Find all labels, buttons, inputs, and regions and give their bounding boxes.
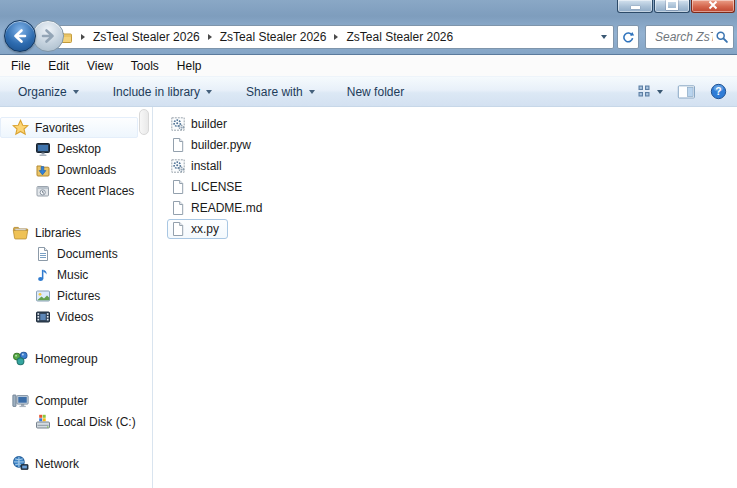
file-name: install	[191, 159, 222, 173]
sidebar-scrollbar-thumb[interactable]	[139, 109, 149, 135]
preview-pane-icon	[677, 85, 696, 99]
hard-disk-icon	[35, 414, 51, 430]
file-list: builder builder.pyw	[153, 107, 737, 488]
sidebar-section-label: Network	[35, 457, 79, 471]
file-name: README.md	[191, 201, 262, 215]
sidebar-section-computer[interactable]: Computer	[0, 390, 152, 411]
sidebar-section-homegroup[interactable]: Homegroup	[0, 348, 152, 369]
menu-help[interactable]: Help	[168, 56, 211, 76]
file-name: builder	[191, 117, 227, 131]
sidebar-item-label: Desktop	[57, 142, 101, 156]
file-item-license[interactable]: LICENSE	[167, 177, 251, 197]
help-icon: ?	[710, 83, 727, 100]
window-controls	[617, 0, 735, 13]
network-icon	[12, 455, 29, 472]
share-with-button[interactable]: Share with	[236, 81, 325, 103]
search-input[interactable]	[653, 29, 715, 45]
organize-button[interactable]: Organize	[8, 81, 89, 103]
maximize-icon	[666, 0, 678, 10]
forward-icon	[38, 26, 58, 46]
breadcrumb-separator-icon	[81, 34, 85, 40]
organize-label: Organize	[18, 85, 67, 99]
share-with-label: Share with	[246, 85, 303, 99]
sidebar-item-recent-places[interactable]: Recent Places	[0, 180, 152, 201]
address-bar[interactable]: ZsTeal Stealer 2026 ZsTeal Stealer 2026 …	[52, 25, 614, 49]
views-button[interactable]	[637, 85, 663, 98]
sidebar-item-downloads[interactable]: Downloads	[0, 159, 152, 180]
sidebar-section-label: Homegroup	[35, 352, 98, 366]
blank-file-icon	[170, 221, 186, 237]
computer-icon	[12, 392, 29, 409]
refresh-button[interactable]	[617, 25, 639, 49]
menu-tools[interactable]: Tools	[122, 56, 168, 76]
sidebar-item-local-disk-c[interactable]: Local Disk (C:)	[0, 411, 152, 432]
document-icon	[35, 246, 51, 262]
menu-bar: File Edit View Tools Help	[0, 55, 737, 76]
breadcrumb-segment[interactable]: ZsTeal Stealer 2026	[93, 30, 200, 44]
views-icon	[637, 85, 652, 98]
homegroup-icon	[12, 350, 29, 367]
sidebar-item-label: Local Disk (C:)	[57, 415, 136, 429]
sidebar-section-label: Favorites	[35, 121, 84, 135]
minimize-button[interactable]	[617, 0, 653, 13]
menu-view[interactable]: View	[78, 56, 122, 76]
title-bar: ZsTeal Stealer 2026 ZsTeal Stealer 2026 …	[0, 0, 737, 55]
chevron-down-icon	[73, 90, 79, 94]
blank-file-icon	[170, 179, 186, 195]
picture-icon	[35, 288, 51, 304]
menu-edit[interactable]: Edit	[39, 56, 78, 76]
maximize-button[interactable]	[654, 0, 690, 13]
sidebar-item-pictures[interactable]: Pictures	[0, 285, 152, 306]
file-item-builder[interactable]: builder	[167, 114, 236, 134]
sidebar-item-videos[interactable]: Videos	[0, 306, 152, 327]
menu-file[interactable]: File	[2, 56, 39, 76]
close-button[interactable]	[691, 0, 735, 13]
sidebar-item-desktop[interactable]: Desktop	[0, 138, 152, 159]
libraries-icon	[12, 224, 29, 241]
music-note-icon	[35, 267, 51, 283]
back-button[interactable]	[4, 20, 36, 52]
include-in-library-label: Include in library	[113, 85, 200, 99]
file-item-builder-pyw[interactable]: builder.pyw	[167, 135, 260, 155]
preview-pane-button[interactable]	[677, 85, 696, 99]
sidebar-section-libraries[interactable]: Libraries	[0, 222, 152, 243]
sidebar-item-documents[interactable]: Documents	[0, 243, 152, 264]
search-icon	[715, 30, 729, 44]
sidebar-item-label: Recent Places	[57, 184, 134, 198]
new-folder-label: New folder	[347, 85, 404, 99]
file-row: install	[167, 155, 737, 176]
explorer-window: ZsTeal Stealer 2026 ZsTeal Stealer 2026 …	[0, 0, 737, 488]
downloads-folder-icon	[35, 162, 51, 178]
svg-text:?: ?	[715, 86, 721, 97]
navigation-pane: Favorites Desktop Downloads	[0, 107, 153, 488]
file-item-install[interactable]: install	[167, 156, 231, 176]
chevron-down-icon	[206, 90, 212, 94]
sidebar-item-label: Pictures	[57, 289, 100, 303]
file-row: README.md	[167, 197, 737, 218]
forward-button[interactable]	[32, 20, 64, 52]
sidebar-section-label: Libraries	[35, 226, 81, 240]
help-button[interactable]: ?	[710, 83, 727, 100]
close-icon	[708, 0, 718, 10]
search-box	[645, 25, 734, 49]
breadcrumb-separator-icon	[208, 34, 212, 40]
file-row: LICENSE	[167, 176, 737, 197]
address-history-dropdown-icon[interactable]	[601, 35, 607, 39]
file-item-readme-md[interactable]: README.md	[167, 198, 271, 218]
blank-file-icon	[170, 200, 186, 216]
file-row: xx.py	[167, 218, 737, 239]
sidebar-section-network[interactable]: Network	[0, 453, 152, 474]
new-folder-button[interactable]: New folder	[337, 81, 414, 103]
sidebar-section-label: Computer	[35, 394, 88, 408]
refresh-icon	[621, 30, 635, 44]
include-in-library-button[interactable]: Include in library	[103, 81, 222, 103]
sidebar-section-favorites[interactable]: Favorites	[0, 117, 138, 138]
file-name: xx.py	[191, 222, 219, 236]
breadcrumb-segment[interactable]: ZsTeal Stealer 2026	[346, 30, 453, 44]
file-name: LICENSE	[191, 180, 242, 194]
sidebar-item-label: Videos	[57, 310, 93, 324]
file-item-xx-py[interactable]: xx.py	[167, 219, 228, 239]
breadcrumb-segment[interactable]: ZsTeal Stealer 2026	[220, 30, 327, 44]
blank-file-icon	[170, 137, 186, 153]
sidebar-item-music[interactable]: Music	[0, 264, 152, 285]
